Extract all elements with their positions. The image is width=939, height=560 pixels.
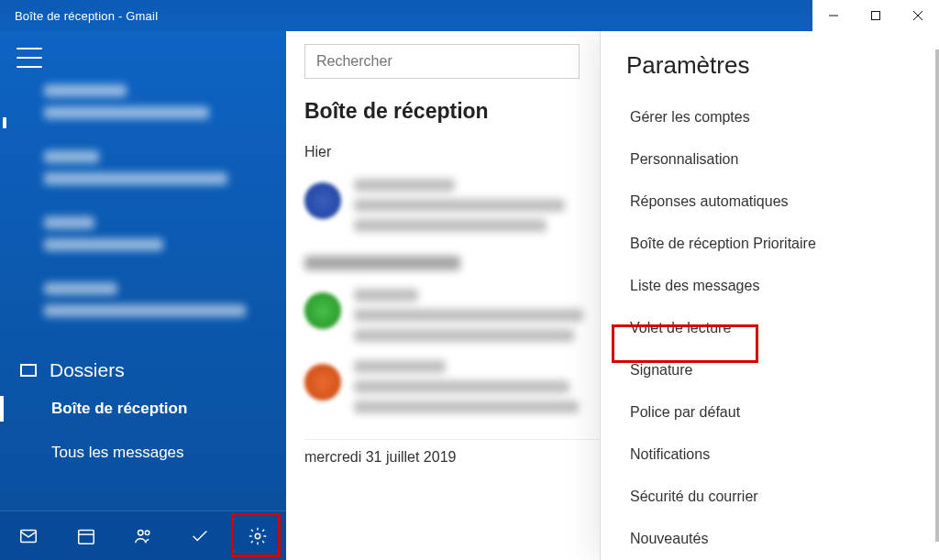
settings-item-label: Police par défaut <box>630 404 740 420</box>
folders-section: Dossiers Boîte de réception Tous les mes… <box>0 354 286 475</box>
settings-panel: Paramètres Gérer les comptes Personnalis… <box>600 31 939 560</box>
scrollbar[interactable] <box>935 49 939 542</box>
folder-inbox[interactable]: Boîte de réception <box>0 387 286 431</box>
main-area: Dossiers Boîte de réception Tous les mes… <box>0 31 939 560</box>
account-item[interactable] <box>44 282 266 317</box>
settings-item-label: Gérer les comptes <box>630 109 750 125</box>
svg-point-10 <box>138 530 143 535</box>
avatar <box>304 292 341 329</box>
settings-item-focused-inbox[interactable]: Boîte de réception Prioritaire <box>626 223 917 265</box>
hamburger-container <box>0 31 286 75</box>
settings-item-mail-security[interactable]: Sécurité du courrier <box>626 476 917 518</box>
svg-rect-4 <box>21 530 37 542</box>
app-window: Boîte de réception - Gmail <box>0 0 939 560</box>
svg-rect-1 <box>872 12 880 20</box>
settings-item-label: Personnalisation <box>630 151 738 167</box>
hamburger-button[interactable] <box>17 48 42 68</box>
settings-item-label: Notifications <box>630 446 710 462</box>
svg-point-12 <box>255 533 260 539</box>
mail-icon[interactable] <box>6 514 50 558</box>
account-item[interactable] <box>44 150 266 185</box>
calendar-icon[interactable] <box>64 514 108 558</box>
settings-item-label: Boîte de réception Prioritaire <box>630 236 816 251</box>
settings-item-default-font[interactable]: Police par défaut <box>626 391 917 434</box>
message-preview <box>354 360 579 413</box>
settings-item-label: Nouveautés <box>630 531 708 546</box>
settings-item-label: Signature <box>630 362 693 378</box>
people-icon[interactable] <box>121 514 165 558</box>
settings-item-label: Liste des messages <box>630 278 759 293</box>
settings-title: Paramètres <box>626 51 917 80</box>
minimize-button[interactable] <box>812 0 855 31</box>
settings-item-message-list[interactable]: Liste des messages <box>626 265 917 307</box>
window-controls <box>812 0 939 31</box>
sidebar: Dossiers Boîte de réception Tous les mes… <box>0 31 286 560</box>
settings-icon[interactable] <box>236 514 280 558</box>
settings-item-label: Volet de lecture <box>630 320 731 335</box>
settings-item-notifications[interactable]: Notifications <box>626 434 917 476</box>
folder-icon <box>20 364 37 377</box>
accounts-list <box>0 75 286 317</box>
folder-all-messages[interactable]: Tous les messages <box>0 431 286 475</box>
avatar <box>304 364 341 401</box>
settings-list: Gérer les comptes Personnalisation Répon… <box>626 96 917 560</box>
sidebar-indicator <box>3 117 6 128</box>
todo-icon[interactable] <box>178 514 222 558</box>
folder-label: Tous les messages <box>51 444 184 461</box>
folders-header-label: Dossiers <box>50 359 125 381</box>
folders-header[interactable]: Dossiers <box>0 354 286 387</box>
avatar <box>304 182 341 219</box>
settings-item-label: Réponses automatiques <box>630 193 789 209</box>
search-input[interactable] <box>304 44 580 79</box>
svg-point-11 <box>145 531 149 535</box>
settings-item-accounts[interactable]: Gérer les comptes <box>626 96 917 138</box>
settings-item-personalization[interactable]: Personnalisation <box>626 138 917 181</box>
close-button[interactable] <box>897 0 939 31</box>
svg-rect-5 <box>78 530 94 544</box>
settings-item-reading-pane[interactable]: Volet de lecture <box>626 307 917 349</box>
message-preview <box>354 179 565 232</box>
settings-item-label: Sécurité du courrier <box>630 489 758 504</box>
window-title: Boîte de réception - Gmail <box>15 9 158 23</box>
account-item[interactable] <box>44 84 266 119</box>
settings-item-signature[interactable]: Signature <box>626 349 917 391</box>
settings-item-auto-replies[interactable]: Réponses automatiques <box>626 181 917 223</box>
titlebar: Boîte de réception - Gmail <box>0 0 939 31</box>
maximize-button[interactable] <box>855 0 897 31</box>
message-preview <box>354 289 583 342</box>
folder-label: Boîte de réception <box>51 400 187 417</box>
account-item[interactable] <box>44 216 266 251</box>
settings-item-whats-new[interactable]: Nouveautés <box>626 518 917 560</box>
sidebar-bottom-bar <box>0 511 286 560</box>
